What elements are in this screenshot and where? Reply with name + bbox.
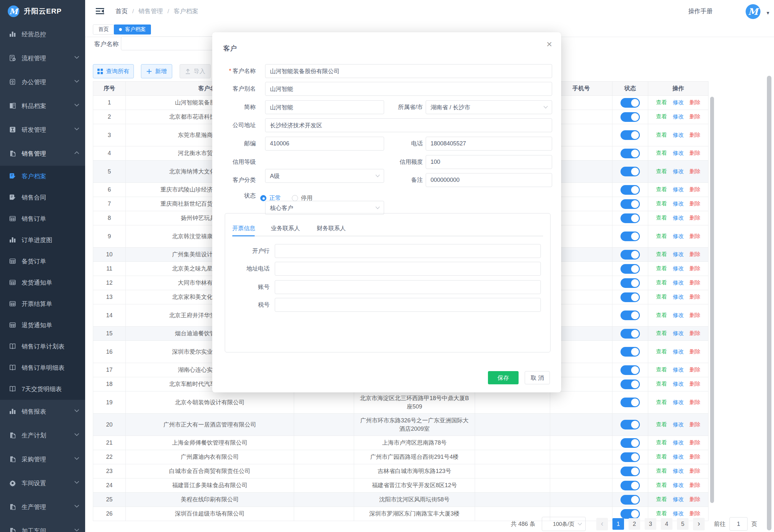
status-toggle[interactable] [620, 495, 640, 505]
edit-link[interactable]: 修改 [673, 467, 684, 475]
edit-link[interactable]: 修改 [673, 200, 684, 208]
delete-link[interactable]: 删除 [690, 399, 700, 407]
add-button[interactable]: 新增 [141, 64, 172, 78]
delete-link[interactable]: 删除 [690, 311, 700, 320]
status-toggle[interactable] [620, 310, 640, 320]
sidebar-subitem-2[interactable]: 销售订单 [0, 208, 85, 230]
page-button-2[interactable]: 2 [629, 518, 640, 530]
edit-link[interactable]: 修改 [673, 186, 684, 194]
delete-link[interactable]: 删除 [690, 168, 700, 176]
delete-link[interactable]: 删除 [690, 131, 700, 139]
view-link[interactable]: 查看 [656, 496, 667, 504]
delete-link[interactable]: 删除 [690, 200, 700, 208]
status-toggle[interactable] [620, 292, 640, 302]
view-link[interactable]: 查看 [656, 232, 667, 241]
view-link[interactable]: 查看 [656, 421, 667, 429]
avatar-caret-icon[interactable]: ▼ [766, 10, 770, 15]
bank-input[interactable] [275, 244, 541, 258]
status-radio-disabled[interactable]: 停用 [292, 194, 313, 202]
edit-link[interactable]: 修改 [673, 380, 684, 388]
delete-link[interactable]: 删除 [690, 279, 700, 287]
status-toggle[interactable] [620, 452, 640, 462]
customer-alias-input[interactable] [265, 82, 552, 96]
import-button[interactable]: 导入 [180, 64, 211, 78]
status-toggle[interactable] [620, 481, 640, 490]
status-toggle[interactable] [620, 112, 640, 122]
status-toggle[interactable] [620, 213, 640, 223]
page-button-3[interactable]: 3 [645, 518, 656, 530]
status-toggle[interactable] [620, 278, 640, 288]
view-link[interactable]: 查看 [656, 113, 667, 121]
edit-link[interactable]: 修改 [673, 348, 684, 356]
status-toggle[interactable] [620, 250, 640, 260]
edit-link[interactable]: 修改 [673, 293, 684, 301]
delete-link[interactable]: 删除 [690, 330, 700, 338]
sidebar-subitem-9[interactable]: 销售订单明细表 [0, 357, 85, 379]
view-link[interactable]: 查看 [656, 453, 667, 461]
view-link[interactable]: 查看 [656, 366, 667, 374]
sidebar-subitem-7[interactable]: 退货通知单 [0, 315, 85, 336]
delete-link[interactable]: 删除 [690, 453, 700, 461]
breadcrumb-item-1[interactable]: 销售管理 [138, 7, 163, 15]
view-link[interactable]: 查看 [656, 311, 667, 320]
status-toggle[interactable] [620, 420, 640, 429]
credit-limit-input[interactable] [426, 155, 552, 169]
delete-link[interactable]: 删除 [690, 265, 700, 273]
status-toggle[interactable] [620, 149, 640, 158]
edit-link[interactable]: 修改 [673, 149, 684, 157]
page-button-4[interactable]: 4 [661, 518, 672, 530]
edit-link[interactable]: 修改 [673, 496, 684, 504]
sidebar-item-6[interactable]: 销售报表 [0, 400, 85, 424]
page-tab-1[interactable]: 客户档案 [114, 25, 151, 34]
delete-link[interactable]: 删除 [690, 439, 700, 447]
sidebar-item-2[interactable]: 办公管理 [0, 70, 85, 94]
page-size-select[interactable]: 100条/页 [542, 517, 586, 531]
sidebar-subitem-6[interactable]: 开票结算单 [0, 293, 85, 315]
edit-link[interactable]: 修改 [673, 311, 684, 320]
view-link[interactable]: 查看 [656, 330, 667, 338]
sidebar-item-9[interactable]: 车间设置 [0, 471, 85, 495]
status-radio-normal[interactable]: 正常 [260, 194, 281, 202]
close-icon[interactable]: × [546, 39, 552, 49]
view-link[interactable]: 查看 [656, 380, 667, 388]
edit-link[interactable]: 修改 [673, 330, 684, 338]
status-toggle[interactable] [620, 185, 640, 195]
edit-link[interactable]: 修改 [673, 439, 684, 447]
sidebar-subitem-1[interactable]: 销售合同 [0, 187, 85, 208]
sidebar-item-11[interactable]: 加工车间 [0, 519, 85, 532]
cancel-button[interactable]: 取 消 [525, 371, 550, 384]
view-link[interactable]: 查看 [656, 293, 667, 301]
edit-link[interactable]: 修改 [673, 279, 684, 287]
delete-link[interactable]: 删除 [690, 496, 700, 504]
view-link[interactable]: 查看 [656, 399, 667, 407]
view-link[interactable]: 查看 [656, 481, 667, 489]
customer-category-select[interactable]: 核心客户 [265, 201, 384, 215]
delete-link[interactable]: 删除 [690, 481, 700, 489]
delete-link[interactable]: 删除 [690, 113, 700, 121]
status-toggle[interactable] [620, 467, 640, 476]
short-name-input[interactable] [265, 100, 384, 114]
sidebar-subitem-5[interactable]: 发货通知单 [0, 272, 85, 293]
delete-link[interactable]: 删除 [690, 467, 700, 475]
page-button-5[interactable]: 5 [677, 518, 689, 530]
delete-link[interactable]: 删除 [690, 348, 700, 356]
sidebar-subitem-10[interactable]: 7天交货明细表 [0, 379, 85, 400]
view-link[interactable]: 查看 [656, 214, 667, 222]
sidebar-item-8[interactable]: 采购管理 [0, 448, 85, 471]
status-toggle[interactable] [620, 398, 640, 407]
view-link[interactable]: 查看 [656, 186, 667, 194]
customer-name-input[interactable] [265, 64, 552, 78]
sidebar-subitem-0[interactable]: 客户档案 [0, 166, 85, 187]
sidebar-subitem-4[interactable]: 备货订单 [0, 251, 85, 272]
prev-page-button[interactable]: ‹ [596, 518, 608, 530]
page-scrollbar[interactable] [767, 76, 771, 530]
edit-link[interactable]: 修改 [673, 113, 684, 121]
status-toggle[interactable] [620, 130, 640, 140]
page-button-1[interactable]: 1 [612, 518, 624, 530]
status-toggle[interactable] [620, 347, 640, 357]
view-link[interactable]: 查看 [656, 251, 667, 259]
view-link[interactable]: 查看 [656, 265, 667, 273]
status-toggle[interactable] [620, 365, 640, 375]
sidebar-subitem-3[interactable]: 订单进度图 [0, 230, 85, 251]
status-toggle[interactable] [620, 167, 640, 176]
